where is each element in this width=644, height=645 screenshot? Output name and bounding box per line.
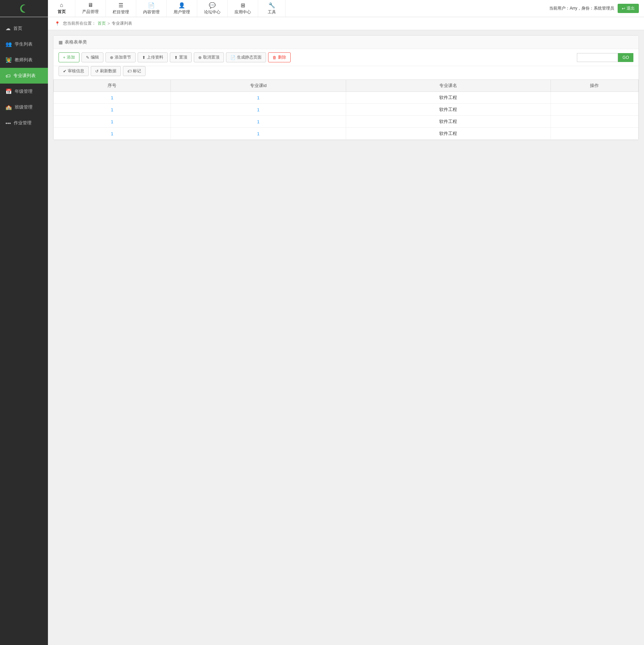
sidebar-item-grade[interactable]: 📅 年级管理 [0,84,48,99]
breadcrumb-home[interactable]: 首页 [98,21,106,26]
add-label: 添加 [67,54,75,60]
cell-op-2 [551,116,638,128]
cell-name-2: 软件工程 [346,116,551,128]
nav-label-product: 产品管理 [82,9,99,15]
main-layout: ☁ 首页 👥 学生列表 👨‍🏫 教师列表 🏷 专业课列表 📅 年级管理 🏫 班级… [0,17,644,645]
sidebar-item-homework[interactable]: ••• 作业管理 [0,115,48,131]
cell-id-3[interactable]: 1 [171,128,346,140]
sidebar-icon-grade: 📅 [5,88,12,95]
cell-op-0 [551,92,638,104]
cell-name-0: 软件工程 [346,92,551,104]
top-nav-item-forum[interactable]: 💬 论坛中心 [197,0,228,17]
upload-label: 上传资料 [147,54,163,60]
data-table: 序号 专业课id 专业课名 操作 1 1 软件工程 1 1 软件工程 1 1 软… [53,79,639,140]
cell-seq-1[interactable]: 1 [54,104,171,116]
logo-icon [18,2,30,15]
search-input[interactable] [577,53,618,62]
sidebar-label-teacher: 教师列表 [15,57,33,63]
delete-label: 删除 [278,54,286,60]
top-nav-item-app[interactable]: ⊞ 应用中心 [228,0,258,17]
add-button[interactable]: + 添加 [59,52,79,62]
nav-icon-tool: 🔧 [268,2,275,9]
breadcrumb-sep: > [108,21,110,26]
edit-button[interactable]: ✎ 编辑 [81,52,103,62]
logo-area [0,0,48,17]
delete-icon: 🗑 [273,55,277,60]
add-chapter-button[interactable]: ⊕ 添加章节 [105,52,136,62]
sidebar-item-teacher[interactable]: 👨‍🏫 教师列表 [0,52,48,68]
top-nav-item-product[interactable]: 🖥 产品管理 [75,0,106,17]
sidebar-label-home: 首页 [13,25,22,32]
table-row: 1 1 软件工程 [54,104,639,116]
static-page-button[interactable]: 📄 生成静态页面 [226,52,266,62]
top-button[interactable]: ⬆ 置顶 [170,52,192,62]
nav-label-forum: 论坛中心 [204,9,220,15]
cancel-top-icon: ⊗ [198,55,202,60]
nav-label-column: 栏目管理 [113,9,129,15]
logout-icon: ↩ [622,6,625,11]
sidebar-item-student[interactable]: 👥 学生列表 [0,36,48,52]
add-chapter-label: 添加章节 [115,54,131,60]
logout-label: 退出 [627,5,635,11]
top-nav-item-user[interactable]: 👤 用户管理 [167,0,197,17]
breadcrumb-current: 专业课列表 [112,21,132,26]
search-go-button[interactable]: GO [618,53,633,62]
sidebar: ☁ 首页 👥 学生列表 👨‍🏫 教师列表 🏷 专业课列表 📅 年级管理 🏫 班级… [0,17,48,645]
panel-header: ▦ 表格表单类 [53,36,639,49]
logout-button[interactable]: ↩ 退出 [618,4,639,13]
cancel-top-button[interactable]: ⊗ 取消置顶 [194,52,224,62]
col-name-header: 专业课名 [346,80,551,92]
top-nav-item-column[interactable]: ☰ 栏目管理 [106,0,136,17]
sidebar-label-course: 专业课列表 [13,73,36,79]
cell-id-1[interactable]: 1 [171,104,346,116]
table-row: 1 1 软件工程 [54,128,639,140]
sidebar-item-class[interactable]: 🏫 班级管理 [0,99,48,115]
static-page-icon: 📄 [230,55,236,60]
tag-icon: 🏷 [127,69,131,74]
add-chapter-icon: ⊕ [110,55,113,60]
upload-button[interactable]: ⬆ 上传资料 [138,52,168,62]
sidebar-icon-course: 🏷 [5,73,11,79]
sidebar-icon-homework: ••• [5,120,11,126]
cell-seq-3[interactable]: 1 [54,128,171,140]
top-nav-item-content[interactable]: 📄 内容管理 [136,0,167,17]
refresh-button[interactable]: ↺ 刷新数据 [91,66,121,76]
top-nav-right: 当前用户：Arry，身份：系统管理员 ↩ 退出 [544,0,644,17]
col-seq-header: 序号 [54,80,171,92]
nav-label-home: 首页 [58,9,66,15]
delete-button[interactable]: 🗑 删除 [268,52,291,62]
col-id-header: 专业课id [171,80,346,92]
top-nav: ⌂ 首页 🖥 产品管理 ☰ 栏目管理 📄 内容管理 👤 用户管理 💬 论坛中心 … [0,0,644,17]
nav-label-app: 应用中心 [235,9,251,15]
cell-seq-0[interactable]: 1 [54,92,171,104]
refresh-icon: ↺ [95,69,99,74]
nav-icon-user: 👤 [178,2,185,9]
breadcrumb-location: 您当前所在位置： [63,21,96,26]
sidebar-icon-teacher: 👨‍🏫 [5,57,12,63]
add-icon: + [63,55,65,60]
top-nav-item-tool[interactable]: 🔧 工具 [258,0,286,17]
cell-op-3 [551,128,638,140]
location-icon: 📍 [55,21,60,26]
sidebar-label-class: 班级管理 [15,104,33,110]
cell-id-2[interactable]: 1 [171,116,346,128]
sidebar-icon-class: 🏫 [5,104,12,110]
sidebar-item-course[interactable]: 🏷 专业课列表 [0,68,48,84]
search-area: GO [577,53,633,62]
nav-icon-home: ⌂ [60,2,63,8]
top-icon: ⬆ [174,55,178,60]
top-nav-item-home[interactable]: ⌂ 首页 [48,0,75,17]
static-page-label: 生成静态页面 [237,54,262,60]
audit-button[interactable]: ✔ 审核信息 [59,66,89,76]
cell-name-3: 软件工程 [346,128,551,140]
tag-button[interactable]: 🏷 标记 [123,66,146,76]
cell-seq-2[interactable]: 1 [54,116,171,128]
cancel-top-label: 取消置顶 [203,54,219,60]
sidebar-item-home[interactable]: ☁ 首页 [0,21,48,36]
toolbar-row2: ✔ 审核信息 ↺ 刷新数据 🏷 标记 [53,66,639,79]
panel-header-icon: ▦ [59,40,63,45]
panel-title: 表格表单类 [65,39,87,45]
cell-id-0[interactable]: 1 [171,92,346,104]
nav-label-user: 用户管理 [174,9,190,15]
top-label: 置顶 [179,54,187,60]
